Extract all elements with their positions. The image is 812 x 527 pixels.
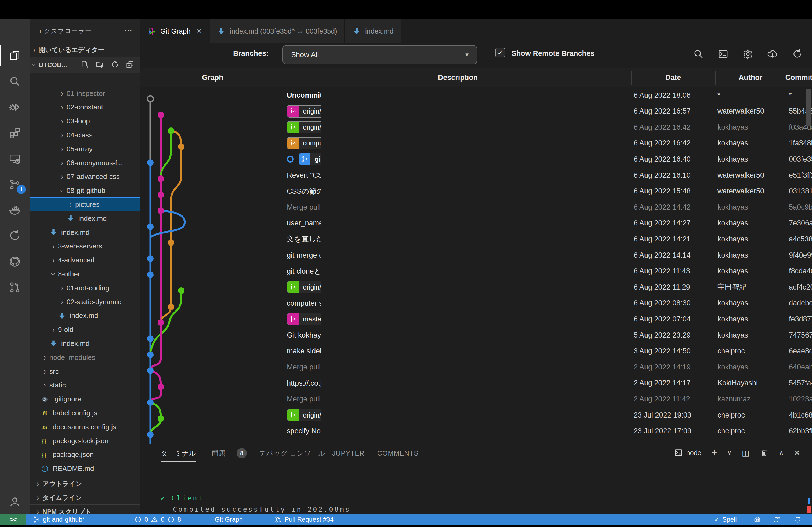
commit-row[interactable]: specify Node version 23 Jul 2022 17:09 c… (141, 423, 812, 439)
column-header[interactable]: Date (633, 69, 713, 87)
editor-tab[interactable]: index.md (345, 19, 401, 43)
refresh-explorer-icon[interactable] (110, 60, 119, 69)
close-panel-icon[interactable]: ✕ (794, 448, 800, 457)
column-separator[interactable] (715, 71, 716, 85)
activity-bar-item[interactable] (0, 146, 30, 171)
commit-row[interactable]: Uncommitted Changes (1) 6 Aug 2022 18:06… (141, 87, 812, 103)
commit-row[interactable]: git merge origin mainなどを加筆 6 Aug 2022 14… (141, 247, 812, 263)
tree-item[interactable]: › 04-class (30, 128, 141, 142)
new-file-icon[interactable] (80, 60, 89, 69)
commit-row[interactable]: origin/reorganize-for-summer-curriculum … (141, 407, 812, 423)
tree-item[interactable]: .gitignore (30, 392, 141, 406)
panel-tab[interactable]: ターミナル (161, 445, 196, 462)
split-terminal-icon[interactable]: ◫ (742, 448, 750, 457)
branch-tag[interactable]: master (287, 313, 321, 325)
editor-tab[interactable]: Git Graph ✕ (141, 19, 209, 43)
tree-item[interactable]: › pictures (30, 197, 141, 211)
tree-item[interactable]: index.md (30, 211, 141, 225)
branch-tag[interactable]: origin/reorganize-for-summer-curriculum (287, 409, 321, 421)
tree-item[interactable]: › 3-web-servers (30, 239, 141, 253)
new-folder-icon[interactable] (95, 60, 104, 69)
tree-item[interactable]: {} package.json (30, 448, 141, 462)
commit-row[interactable]: 文を直した 6 Aug 2022 14:21 kokhayas a4c538fb (141, 231, 812, 247)
gitgraph-status-item[interactable]: Git Graph (215, 514, 243, 525)
column-header[interactable]: Commit (758, 69, 812, 87)
commit-row[interactable]: https://.co.jpをhttps://github.comに変えた 2 … (141, 375, 812, 391)
column-header[interactable]: Graph (172, 69, 253, 87)
more-actions-icon[interactable]: ⋯ (124, 26, 132, 35)
panel-tab[interactable]: 問題 (212, 445, 226, 462)
commit-row[interactable]: origin/HEAD origin/master Merge pull req… (141, 119, 812, 135)
commit-row[interactable]: git-and-github origin kokhayas 6 Aug 202… (141, 151, 812, 167)
activity-bar-item[interactable] (0, 69, 30, 94)
panel-tab[interactable]: デバッグ コンソール (259, 445, 325, 462)
tree-item[interactable]: README.md (30, 462, 141, 476)
kill-terminal-icon[interactable] (760, 448, 769, 457)
activity-bar-bottom-item[interactable] (0, 489, 30, 515)
remote-indicator[interactable]: >< (0, 514, 26, 525)
commit-row[interactable]: git cloneとgit branch 6 Aug 2022 11:43 ko… (141, 263, 812, 279)
tree-item[interactable]: index.md (30, 309, 141, 323)
terminal-output[interactable]: ✔ Client Compiled successfully in 202.08… (161, 466, 193, 512)
show-remote-branches-checkbox[interactable]: ✓ (495, 48, 505, 57)
sidebar-section[interactable]: › アウトライン (30, 477, 141, 491)
commit-row[interactable]: origin/css-test1 CSS（フレックスボックスまで） 6 Aug … (141, 103, 812, 119)
scrollbar-thumb[interactable] (806, 89, 811, 126)
tree-item[interactable]: › 07-advanced-css (30, 170, 141, 184)
commit-row[interactable]: CSSの節の画像チェック 6 Aug 2022 15:48 waterwalke… (141, 183, 812, 199)
column-separator[interactable] (786, 71, 786, 85)
activity-bar-item[interactable] (0, 249, 30, 274)
problems-status-item[interactable]: 0 0 8 (134, 514, 181, 525)
tree-item[interactable]: › 01-inspector (30, 86, 141, 100)
commit-row[interactable]: Merge pull request #33 from ut-code/reor… (141, 391, 812, 407)
sidebar-section[interactable]: › タイムライン (30, 491, 141, 505)
tree-item[interactable]: index.md (30, 225, 141, 239)
spell-status-item[interactable]: ✓ Spell (714, 514, 737, 525)
branch-tag[interactable]: origin/css-test1 (287, 105, 321, 118)
terminal-dropdown-icon[interactable]: ∨ (727, 449, 731, 456)
notifications-status-item[interactable] (794, 514, 801, 525)
tree-item[interactable]: › 05-array (30, 142, 141, 156)
project-section-header[interactable]: › UTCOD... (30, 57, 141, 73)
panel-tab[interactable]: COMMENTS (377, 445, 419, 462)
column-separator[interactable] (631, 71, 632, 85)
commit-row[interactable]: Revert "CSSの節の画像チェック" 6 Aug 2022 16:10 w… (141, 167, 812, 183)
collapse-folders-icon[interactable] (126, 60, 134, 69)
tree-item[interactable]: B babel.config.js (30, 406, 141, 420)
new-terminal-icon[interactable]: + (711, 447, 717, 458)
fetch-icon[interactable] (767, 48, 778, 60)
activity-bar-item[interactable]: 1 (0, 171, 30, 197)
branch-status-item[interactable]: git-and-github* (33, 514, 85, 525)
tree-item[interactable]: › 01-not-coding (30, 281, 141, 295)
tree-item[interactable]: {} package-lock.json (30, 434, 141, 448)
maximize-panel-icon[interactable]: ∧ (779, 449, 784, 456)
activity-bar-item[interactable] (0, 94, 30, 120)
panel-tab[interactable]: JUPYTER (332, 445, 365, 462)
open-editors-section[interactable]: › 開いているエディター (30, 43, 141, 57)
tree-item[interactable]: index.md (30, 336, 141, 350)
tree-item[interactable]: › 03-loop (30, 114, 141, 128)
commit-row[interactable]: Merge pull request #34 from ut-code/git-… (141, 359, 812, 375)
commit-row[interactable]: origin/add-render renderのページを編集しました 6 Au… (141, 279, 812, 295)
column-header[interactable]: Description (418, 69, 498, 87)
branches-dropdown[interactable]: Show All ▼ (282, 45, 477, 64)
column-separator[interactable] (285, 71, 285, 85)
pull-request-status-item[interactable]: Pull Request #34 (274, 514, 334, 525)
tree-item[interactable]: › 02-constant (30, 100, 141, 114)
search-icon[interactable] (693, 48, 704, 60)
commit-row[interactable]: computer-science origin 誤字 6 Aug 2022 16… (141, 135, 812, 151)
commit-row[interactable]: make sidebar foldable and set prism them… (141, 343, 812, 359)
sidebar-section[interactable]: › NPM スクリプト (30, 505, 141, 514)
tree-item[interactable]: › 02-static-dynamic (30, 295, 141, 309)
activity-bar-item[interactable] (0, 43, 30, 69)
close-tab-icon[interactable]: ✕ (197, 27, 202, 35)
tree-item[interactable]: › 8-other (30, 267, 141, 281)
tree-item[interactable]: › 9-old (30, 323, 141, 337)
terminal-icon[interactable] (717, 48, 729, 60)
shell-selector[interactable]: node (674, 448, 701, 457)
activity-bar-item[interactable] (0, 274, 30, 300)
tree-item[interactable]: › src (30, 364, 141, 378)
copilot-status-item[interactable] (753, 514, 761, 525)
branch-tag[interactable]: computer-science origin (287, 137, 321, 149)
activity-bar-item[interactable] (0, 223, 30, 249)
